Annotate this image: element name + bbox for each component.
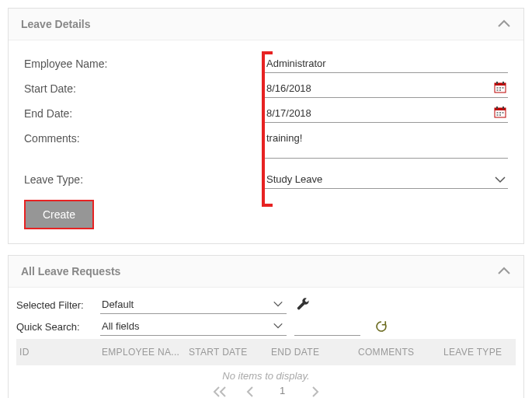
svg-rect-16 (497, 114, 499, 116)
prev-page-icon[interactable] (245, 386, 256, 398)
wrench-icon[interactable] (296, 298, 310, 312)
selected-filter-label: Selected Filter: (16, 299, 100, 311)
col-id[interactable]: ID (18, 347, 102, 358)
selected-filter-select[interactable]: Default (100, 295, 287, 314)
calendar-icon[interactable] (494, 106, 506, 118)
refresh-icon[interactable] (374, 319, 388, 333)
all-requests-header[interactable]: All Leave Requests (9, 256, 523, 288)
col-end[interactable]: END DATE (271, 347, 358, 358)
all-requests-body: Selected Filter: Default Quick Search: A… (9, 288, 523, 398)
svg-rect-8 (499, 89, 501, 91)
svg-rect-17 (499, 114, 501, 116)
quick-search-value: All fields (102, 320, 139, 332)
chevron-down-icon (273, 298, 283, 309)
comments-label: Comments: (24, 127, 265, 145)
start-date-input[interactable] (265, 78, 508, 98)
col-comments[interactable]: COMMENTS (358, 347, 443, 358)
svg-rect-14 (499, 112, 501, 113)
leave-details-panel: Leave Details Employee Name: Start Date:… (8, 8, 524, 244)
leave-type-label: Leave Type: (24, 169, 265, 186)
col-start[interactable]: START DATE (189, 347, 271, 358)
chevron-up-icon (497, 267, 511, 276)
col-type[interactable]: LEAVE TYPE (443, 347, 515, 358)
leave-details-body: Employee Name: Start Date: End Date: Com… (9, 40, 523, 243)
all-requests-title: All Leave Requests (21, 265, 120, 278)
svg-rect-15 (502, 112, 504, 113)
end-date-label: End Date: (24, 103, 265, 120)
quick-search-field-select[interactable]: All fields (100, 317, 287, 336)
employee-name-label: Employee Name: (24, 53, 265, 70)
svg-rect-4 (497, 87, 499, 89)
employee-name-input[interactable] (265, 53, 508, 73)
quick-search-label: Quick Search: (16, 321, 100, 333)
col-employee[interactable]: EMPLOYEE NA... (102, 347, 189, 358)
pager: 1 (16, 383, 516, 398)
svg-rect-13 (497, 112, 499, 113)
end-date-input[interactable] (265, 103, 508, 123)
first-page-icon[interactable] (212, 386, 228, 398)
table-header: ID EMPLOYEE NA... START DATE END DATE CO… (16, 339, 516, 365)
quick-search-input[interactable] (294, 317, 360, 336)
create-button[interactable]: Create (24, 200, 94, 229)
page-number[interactable]: 1 (273, 385, 293, 398)
svg-rect-2 (496, 82, 498, 84)
leave-details-header[interactable]: Leave Details (9, 9, 523, 40)
svg-rect-7 (497, 89, 499, 91)
svg-rect-6 (502, 87, 504, 89)
selected-filter-value: Default (102, 298, 134, 310)
empty-message: No items to display. (16, 365, 516, 383)
next-page-icon[interactable] (310, 386, 321, 398)
all-requests-panel: All Leave Requests Selected Filter: Defa… (8, 255, 524, 398)
svg-rect-12 (502, 106, 504, 109)
calendar-icon[interactable] (494, 81, 506, 93)
svg-rect-11 (496, 106, 498, 109)
chevron-up-icon (497, 19, 511, 29)
comments-input[interactable] (265, 127, 508, 159)
start-date-label: Start Date: (24, 78, 265, 95)
svg-rect-3 (502, 82, 504, 84)
leave-type-select[interactable] (265, 169, 508, 189)
svg-rect-5 (499, 87, 501, 89)
chevron-down-icon (273, 320, 283, 331)
chevron-down-icon[interactable] (494, 173, 506, 186)
leave-details-title: Leave Details (21, 18, 91, 30)
